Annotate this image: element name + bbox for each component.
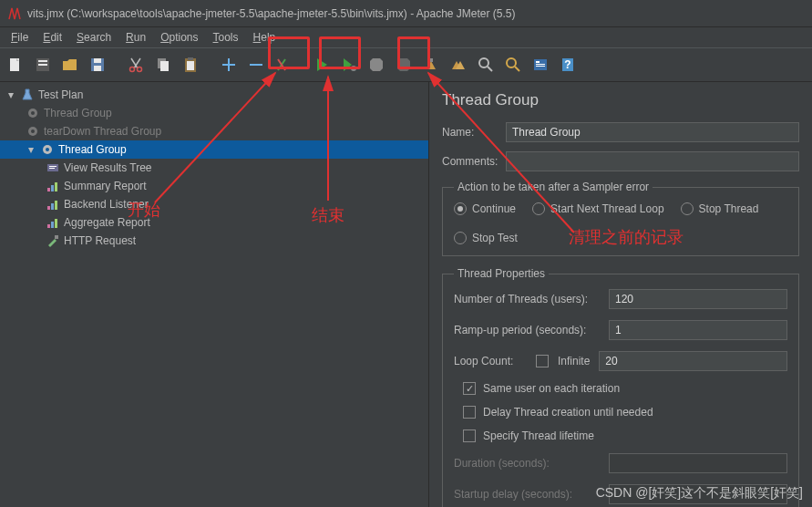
specify-lifetime-label: Specify Thread lifetime: [483, 429, 594, 442]
loop-count-input[interactable]: [599, 351, 787, 371]
startup-delay-input: [609, 484, 787, 504]
sampler-error-legend: Action to be taken after a Sampler error: [454, 181, 653, 193]
shutdown-icon[interactable]: [392, 53, 416, 77]
svg-rect-37: [55, 182, 57, 191]
new-icon[interactable]: [4, 53, 27, 77]
tree-node-http[interactable]: HTTP Request: [0, 232, 428, 250]
toggle-icon[interactable]: [272, 53, 295, 77]
svg-point-29: [31, 129, 35, 133]
svg-rect-35: [47, 188, 50, 191]
paste-icon[interactable]: [179, 53, 202, 77]
name-input[interactable]: [506, 122, 799, 142]
loop-count-label: Loop Count:: [454, 355, 527, 367]
collapse-arrow-icon[interactable]: ▾: [5, 88, 16, 101]
svg-rect-12: [187, 61, 194, 70]
tree-node-thread-group[interactable]: ▾ Thread Group: [0, 140, 428, 159]
tree-node-test-plan[interactable]: ▾ Test Plan: [0, 86, 428, 104]
svg-rect-23: [536, 66, 545, 67]
chart-icon: [46, 179, 60, 193]
specify-lifetime-checkbox[interactable]: [463, 429, 476, 442]
pipette-icon: [46, 233, 60, 248]
svg-point-31: [46, 148, 49, 151]
open-icon[interactable]: [58, 53, 82, 77]
tree-label: HTTP Request: [64, 234, 136, 247]
flask-icon: [20, 88, 35, 102]
svg-rect-21: [536, 61, 540, 63]
radio-start-next[interactable]: Start Next Thread Loop: [532, 202, 664, 215]
tree-node-thread-group-disabled[interactable]: Thread Group: [0, 104, 428, 122]
svg-rect-34: [49, 168, 55, 169]
comments-label: Comments:: [442, 155, 497, 168]
svg-rect-13: [188, 57, 193, 60]
clear-all-icon[interactable]: [447, 53, 470, 77]
radio-stop-thread[interactable]: Stop Thread: [681, 202, 759, 215]
save-icon[interactable]: [86, 53, 109, 77]
copy-icon[interactable]: [151, 53, 175, 77]
sampler-error-fieldset: Action to be taken after a Sampler error…: [442, 181, 799, 256]
radio-icon: [532, 202, 545, 215]
chart-icon: [46, 215, 60, 230]
start-no-pause-icon[interactable]: [337, 53, 361, 77]
menu-run[interactable]: Run: [118, 29, 153, 46]
tree-node-backend[interactable]: Backend Listener: [0, 195, 428, 213]
panel-title: Thread Group: [442, 91, 799, 109]
templates-icon[interactable]: [31, 53, 55, 77]
infinite-label: Infinite: [558, 355, 590, 367]
svg-point-18: [479, 58, 488, 67]
collapse-icon[interactable]: [244, 53, 268, 77]
tree-label: Aggregate Report: [64, 216, 150, 229]
same-user-checkbox[interactable]: [463, 382, 476, 395]
help-icon[interactable]: ?: [556, 53, 580, 77]
tree-node-aggregate[interactable]: Aggregate Report: [0, 213, 428, 232]
num-threads-label: Number of Threads (users):: [454, 293, 600, 305]
gear-icon: [26, 106, 40, 120]
comments-input[interactable]: [506, 151, 799, 171]
cut-icon[interactable]: [124, 53, 148, 77]
tree-label: Thread Group: [58, 143, 127, 156]
thread-properties-fieldset: Thread Properties Number of Threads (use…: [442, 267, 799, 507]
tree-label: View Results Tree: [64, 161, 152, 174]
svg-rect-38: [47, 206, 50, 210]
tree-panel[interactable]: ▾ Test Plan Thread Group tearDown Thread…: [0, 82, 428, 507]
tree-node-summary[interactable]: Summary Report: [0, 177, 428, 195]
radio-icon: [454, 202, 467, 215]
tree-node-teardown[interactable]: tearDown Thread Group: [0, 122, 428, 140]
duration-input: [609, 453, 787, 473]
svg-marker-15: [370, 58, 383, 71]
gear-icon: [40, 142, 55, 157]
stop-icon[interactable]: [365, 53, 388, 77]
clear-icon[interactable]: [419, 53, 443, 77]
collapse-arrow-icon[interactable]: ▾: [26, 143, 36, 156]
gear-icon: [26, 124, 40, 139]
rampup-label: Ramp-up period (seconds):: [454, 324, 600, 336]
radio-stop-test[interactable]: Stop Test: [454, 232, 518, 244]
delay-thread-checkbox[interactable]: [463, 406, 476, 419]
expand-icon[interactable]: [217, 53, 241, 77]
tree-label: tearDown Thread Group: [44, 125, 161, 138]
radio-continue[interactable]: Continue: [454, 202, 516, 215]
radio-icon: [454, 232, 467, 244]
function-helper-icon[interactable]: [529, 53, 552, 77]
menu-options[interactable]: Options: [153, 29, 205, 46]
rampup-input[interactable]: [609, 320, 787, 340]
svg-point-19: [507, 58, 516, 67]
thread-props-legend: Thread Properties: [454, 267, 549, 280]
menu-edit[interactable]: Edit: [36, 29, 69, 46]
menu-search[interactable]: Search: [69, 29, 118, 46]
reset-search-icon[interactable]: [501, 53, 525, 77]
tree-node-view-results[interactable]: View Results Tree: [0, 159, 428, 177]
menu-tools[interactable]: Tools: [206, 29, 246, 46]
infinite-checkbox[interactable]: [536, 355, 549, 367]
menu-bar: File Edit Search Run Options Tools Help: [0, 27, 812, 47]
startup-delay-label: Startup delay (seconds):: [454, 488, 600, 501]
svg-marker-16: [397, 58, 410, 71]
start-icon[interactable]: [310, 53, 334, 77]
search-tool-icon[interactable]: [474, 53, 498, 77]
svg-rect-41: [47, 224, 50, 228]
tree-label: Test Plan: [38, 88, 83, 101]
svg-rect-40: [55, 201, 57, 210]
same-user-label: Same user on each iteration: [483, 382, 620, 395]
menu-file[interactable]: File: [4, 29, 36, 46]
menu-help[interactable]: Help: [246, 29, 283, 46]
num-threads-input[interactable]: [609, 289, 787, 309]
